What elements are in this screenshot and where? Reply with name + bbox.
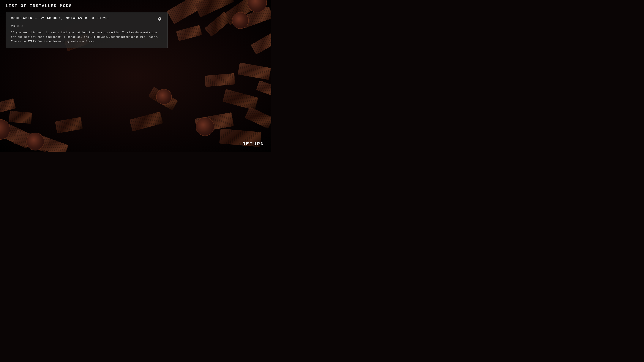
mod-title: MODLOADER – BY AGO061, MSLAFAVER, & ITR1… [11,16,109,20]
mod-version: V3.0.0 [11,24,162,28]
page-title: LIST OF INSTALLED MODS [6,4,266,8]
content-layer: LIST OF INSTALLED MODS MODLOADER – BY AG… [0,0,271,152]
settings-button[interactable] [157,16,162,22]
mod-card: MODLOADER – BY AGO061, MSLAFAVER, & ITR1… [6,12,168,48]
mod-description: If you see this mod, it means that you p… [11,30,162,44]
mod-card-header: MODLOADER – BY AGO061, MSLAFAVER, & ITR1… [11,16,162,22]
return-button[interactable]: RETURN [242,141,264,147]
gear-icon [158,17,162,21]
